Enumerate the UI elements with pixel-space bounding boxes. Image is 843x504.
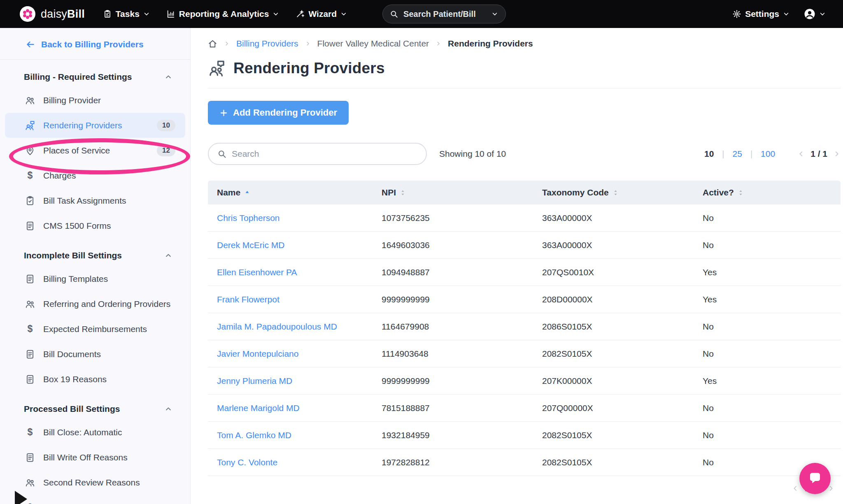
count-badge: 12: [157, 145, 175, 156]
daisybill-logo-icon: [20, 6, 35, 22]
search-icon: [389, 9, 398, 19]
document-icon: [25, 452, 35, 463]
provider-name-link[interactable]: Ellen Eisenhower PA: [217, 267, 297, 277]
section-header-incomplete-bill[interactable]: Incomplete Bill Settings: [0, 248, 190, 263]
chevron-left-icon[interactable]: [792, 485, 799, 492]
table-row: Tom A. Glemko MD 1932184959 2082S0105X N…: [208, 422, 841, 449]
provider-name-link[interactable]: Marlene Marigold MD: [217, 403, 300, 413]
sort-icon: [399, 189, 406, 196]
table-row: Chris Topherson 1073756235 363A00000X No: [208, 204, 841, 232]
npi-cell: 9999999999: [373, 295, 533, 304]
table-row: Tony C. Volonte 1972828812 2082S0105X No: [208, 449, 841, 476]
breadcrumb: Billing Providers Flower Valley Medical …: [208, 39, 841, 49]
dollar-icon: $: [25, 170, 35, 181]
section-header-processed-bill[interactable]: Processed Bill Settings: [0, 402, 190, 416]
npi-cell: 1114903648: [373, 349, 533, 359]
chevron-up-icon: [165, 252, 172, 259]
npi-cell: 9999999999: [373, 376, 533, 386]
chevron-up-icon: [165, 73, 172, 81]
chevron-right-icon: [305, 41, 311, 46]
nav-wizard[interactable]: Wizard: [296, 9, 347, 19]
header-npi[interactable]: NPI: [373, 188, 533, 197]
header-taxonomy-code[interactable]: Taxonomy Code: [533, 188, 694, 197]
sidebar-item-billing-templates[interactable]: Billing Templates: [5, 266, 185, 291]
sidebar-item-bill-documents[interactable]: Bill Documents: [5, 341, 185, 367]
showing-count: Showing 10 of 10: [439, 149, 506, 159]
active-cell: No: [694, 322, 841, 332]
active-cell: No: [694, 240, 841, 250]
section-header-billing-required[interactable]: Billing - Required Settings: [0, 70, 190, 84]
sidebar-item-charges[interactable]: $ Charges: [5, 163, 185, 188]
taxonomy-cell: 2086S0105X: [533, 322, 694, 332]
provider-name-link[interactable]: Tony C. Volonte: [217, 458, 277, 467]
sidebar-item-referring-ordering-providers[interactable]: Referring and Ordering Providers: [5, 291, 185, 316]
taxonomy-cell: 2082S0105X: [533, 458, 694, 467]
add-rendering-provider-button[interactable]: Add Rendering Provider: [208, 101, 349, 125]
provider-name-link[interactable]: Jamila M. Papadoupoulous MD: [217, 322, 337, 331]
search-input[interactable]: [232, 149, 418, 159]
provider-name-link[interactable]: Jenny Plumeria MD: [217, 376, 292, 386]
page-indicator: 1 / 1: [810, 149, 827, 159]
top-nav: daisyBill Tasks Reporting & Analytics Wi…: [0, 0, 843, 28]
top-pagination: 1 / 1: [797, 149, 841, 159]
patient-bill-search[interactable]: Search Patient/Bill: [382, 5, 506, 23]
provider-name-link[interactable]: Chris Topherson: [217, 213, 280, 223]
nav-reporting-analytics[interactable]: Reporting & Analytics: [166, 9, 279, 19]
document-icon: [25, 349, 35, 360]
brand[interactable]: daisyBill: [20, 6, 85, 22]
sidebar-item-cms-1500-forms[interactable]: CMS 1500 Forms: [5, 213, 185, 238]
page-size-10[interactable]: 10: [704, 149, 714, 159]
home-icon[interactable]: [208, 39, 217, 49]
taxonomy-cell: 2082S0105X: [533, 430, 694, 440]
chat-launcher-button[interactable]: [799, 463, 831, 494]
header-divider: [208, 88, 841, 88]
rendering-providers-icon: [208, 59, 226, 77]
dollar-icon: $: [25, 427, 35, 438]
back-to-billing-providers-link[interactable]: Back to Billing Providers: [0, 30, 190, 60]
chevron-down-icon: [143, 11, 150, 17]
sidebar-item-rendering-providers[interactable]: Rendering Providers 10: [5, 113, 185, 138]
active-cell: Yes: [694, 376, 841, 386]
breadcrumb-billing-providers[interactable]: Billing Providers: [236, 39, 298, 49]
section-processed-bill-settings: Processed Bill Settings $ Bill Close: Au…: [0, 402, 190, 504]
arrow-left-icon: [26, 39, 35, 49]
sidebar-item-expected-reimbursements[interactable]: $ Expected Reimbursements: [5, 316, 185, 341]
nav-tasks[interactable]: Tasks: [103, 9, 150, 19]
sidebar-item-second-review-reasons[interactable]: Second Review Reasons: [5, 470, 185, 495]
nav-settings[interactable]: Settings: [732, 9, 789, 19]
page-size-100[interactable]: 100: [761, 149, 775, 159]
user-avatar-icon: [803, 8, 816, 20]
tasks-icon: [103, 9, 112, 19]
map-pin-icon: [25, 145, 35, 156]
chevron-right-icon[interactable]: [833, 150, 841, 158]
sidebar-item-box-19-reasons[interactable]: Box 19 Reasons: [5, 367, 185, 392]
npi-cell: 1932184959: [373, 430, 533, 440]
page-size-25[interactable]: 25: [733, 149, 742, 159]
sidebar-item-payment-void-reasons[interactable]: $ Payment Void Reasons: [5, 495, 185, 504]
user-menu[interactable]: [803, 8, 826, 20]
taxonomy-cell: 208D00000X: [533, 295, 694, 304]
active-cell: No: [694, 213, 841, 223]
chevron-down-icon: [491, 11, 498, 17]
provider-name-link[interactable]: Javier Montepulciano: [217, 349, 298, 358]
provider-name-link[interactable]: Tom A. Glemko MD: [217, 430, 291, 440]
sidebar-item-bill-task-assignments[interactable]: Bill Task Assignments: [5, 188, 185, 213]
document-icon: [25, 221, 35, 231]
header-name[interactable]: Name: [208, 188, 373, 197]
header-active[interactable]: Active?: [694, 188, 841, 197]
document-icon: [25, 274, 35, 284]
section-billing-required-settings: Billing - Required Settings Billing Prov…: [0, 70, 190, 238]
provider-name-link[interactable]: Frank Flowerpot: [217, 295, 279, 304]
sidebar-item-places-of-service[interactable]: Places of Service 12: [5, 138, 185, 163]
count-badge: 10: [157, 120, 175, 131]
sidebar-item-billing-provider[interactable]: Billing Provider: [5, 88, 185, 113]
provider-name-link[interactable]: Derek McEric MD: [217, 240, 285, 250]
sidebar-item-bill-write-off-reasons[interactable]: Bill Write Off Reasons: [5, 445, 185, 470]
taxonomy-cell: 207Q00000X: [533, 403, 694, 413]
document-icon: [25, 374, 35, 385]
chevron-left-icon[interactable]: [797, 150, 805, 158]
settings-sidebar: Back to Billing Providers Billing - Requ…: [0, 28, 191, 504]
sidebar-item-bill-close-automatic[interactable]: $ Bill Close: Automatic: [5, 420, 185, 445]
npi-cell: 1164679908: [373, 322, 533, 332]
sort-icon: [612, 189, 619, 196]
